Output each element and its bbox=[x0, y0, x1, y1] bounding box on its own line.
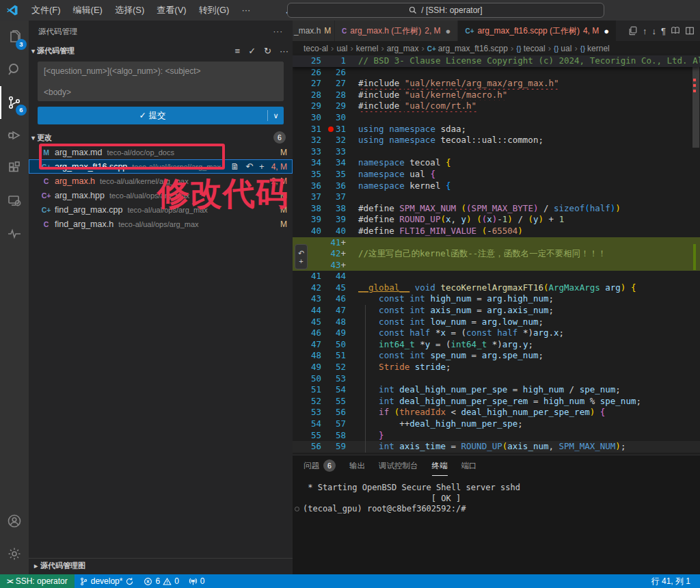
breadcrumb-item[interactable]: ual bbox=[336, 44, 347, 53]
breadcrumb-item[interactable]: C+arg_max_ft16.scpp bbox=[427, 44, 508, 53]
search-view-icon[interactable] bbox=[0, 53, 29, 86]
open-preview-icon[interactable] bbox=[671, 26, 680, 36]
dirty-indicator-icon[interactable]: ● bbox=[446, 26, 451, 36]
changed-file-row[interactable]: C+find_arg_max.cppteco-al/ual/ops/arg_ma… bbox=[29, 202, 293, 217]
sidebar-more-actions[interactable]: ··· bbox=[273, 27, 284, 36]
changed-file-row[interactable]: Cfind_arg_max.hteco-al/ual/ops/arg_maxM bbox=[29, 217, 293, 231]
code-line[interactable]: 4952 Stride stride; bbox=[293, 362, 700, 373]
menu-item[interactable]: 选择(S) bbox=[109, 0, 150, 21]
next-change-icon[interactable]: ↓ bbox=[652, 26, 657, 36]
chevron-down-icon[interactable]: ▾ bbox=[31, 47, 35, 55]
code-line[interactable]: 5053 bbox=[293, 373, 700, 385]
stage-change-icon[interactable]: + bbox=[299, 257, 303, 265]
scrollbar-slider[interactable] bbox=[692, 59, 699, 148]
diff-change-widget[interactable]: ↶ + bbox=[295, 244, 308, 269]
explorer-icon[interactable]: 3 bbox=[0, 21, 29, 53]
code-line[interactable]: 2727#include "ual/kernel/arg_max/arg_max… bbox=[293, 78, 700, 90]
cursor-position[interactable]: 行 41, 列 1 bbox=[647, 574, 700, 588]
code-line[interactable]: 4144 bbox=[293, 271, 700, 282]
menu-item[interactable]: 转到(G) bbox=[193, 0, 236, 21]
code-line[interactable]: 42+//这里写自己的kernel函数--注意，函数名一定不要相同！！！ bbox=[293, 248, 700, 260]
refresh-icon[interactable]: ↻ bbox=[264, 46, 271, 56]
panel-tab-输出[interactable]: 输出 bbox=[349, 455, 365, 476]
commit-check-icon[interactable]: ✓ bbox=[248, 46, 256, 56]
repo-more-actions[interactable]: ··· bbox=[280, 46, 288, 56]
code-line[interactable]: 5255 int deal_high_num_per_spe_rem = hig… bbox=[293, 396, 700, 407]
open-file-icon[interactable]: 🗎 bbox=[230, 161, 239, 172]
code-line[interactable]: 3030 bbox=[293, 112, 700, 124]
source-control-graph-section[interactable]: ▸ 源代码管理图 bbox=[29, 558, 293, 573]
code-line[interactable]: 4040#define FLT16_MIN_VALUE (-65504) bbox=[293, 226, 700, 237]
editor-tab[interactable]: Carg_max.h (工作树)2, M● bbox=[335, 21, 458, 41]
remote-explorer-icon[interactable] bbox=[0, 185, 29, 217]
run-debug-icon[interactable] bbox=[0, 119, 29, 152]
code-line[interactable]: 5154 int deal_high_num_per_spe = high_nu… bbox=[293, 384, 700, 396]
editor-tab[interactable]: _max.hM bbox=[293, 21, 335, 41]
dirty-indicator-icon[interactable]: ● bbox=[604, 26, 609, 36]
view-as-list-icon[interactable]: ≡ bbox=[235, 46, 241, 56]
code-line[interactable]: 3434namespace tecoal { bbox=[293, 157, 700, 169]
ports-item[interactable]: 0 bbox=[184, 574, 210, 588]
code-line[interactable]: 4346 const int high_num = arg.high_num; bbox=[293, 293, 700, 305]
menu-item[interactable]: 查看(V) bbox=[150, 0, 192, 21]
changed-file-row[interactable]: Carg_max.hteco-al/ual/kernel/arg_max2, M bbox=[29, 174, 293, 188]
changed-file-row[interactable]: C+arg_max.hppteco-al/ual/ops/arg_maxM bbox=[29, 188, 293, 202]
code-line[interactable]: 3636namespace kernel { bbox=[293, 181, 700, 192]
code-line[interactable]: 3737 bbox=[293, 191, 700, 203]
split-editor-icon[interactable] bbox=[685, 26, 695, 36]
panel-tab-端口[interactable]: 端口 bbox=[461, 455, 477, 476]
terminal-output[interactable]: * Starting OpenBSD Secure Shell server s… bbox=[293, 483, 700, 515]
code-line[interactable]: 4548 const int low_num = arg.low_num; bbox=[293, 317, 700, 328]
code-line[interactable]: 3232using namespace tecoal::ual::common; bbox=[293, 135, 700, 146]
extensions-icon[interactable] bbox=[0, 152, 29, 185]
code-line[interactable]: 4750 int64_t *y = (int64_t *)arg.y; bbox=[293, 339, 700, 351]
code-line[interactable]: 251// BSD 3- Clause License Copyright (c… bbox=[293, 55, 700, 67]
previous-change-icon[interactable]: ↑ bbox=[643, 26, 647, 36]
panel-tab-问题[interactable]: 问题6 bbox=[304, 455, 336, 476]
settings-gear-icon[interactable] bbox=[0, 537, 29, 570]
whitespace-icon[interactable]: ¶ bbox=[661, 26, 666, 36]
editor-tab[interactable]: C+arg_max_ft16.scpp (工作树)4, M● bbox=[458, 21, 617, 41]
code-line[interactable]: 41+ bbox=[293, 237, 700, 249]
code-line[interactable]: 3838#define SPM_MAX_NUM ((SPM_MAX_BYTE) … bbox=[293, 203, 700, 215]
commit-button[interactable]: ✓ 提交 ∨ bbox=[38, 107, 284, 124]
remote-indicator[interactable]: >< SSH: operator bbox=[0, 574, 75, 588]
commit-dropdown-chevron[interactable]: ∨ bbox=[267, 110, 284, 121]
code-line[interactable]: 4649 const half *x = (const half *)arg.x… bbox=[293, 328, 700, 339]
menu-item[interactable]: 文件(F) bbox=[25, 0, 67, 21]
git-branch-item[interactable]: develop* bbox=[75, 574, 139, 588]
menu-item[interactable]: ··· bbox=[235, 0, 256, 21]
stage-changes-icon[interactable]: + bbox=[259, 161, 265, 172]
open-changes-icon[interactable] bbox=[628, 26, 638, 36]
changes-section-header[interactable]: ▾ 更改 6 bbox=[29, 130, 293, 145]
code-line[interactable]: 4851 const int spe_num = arg.spe_num; bbox=[293, 350, 700, 362]
breadcrumb-item[interactable]: {}ual bbox=[554, 44, 571, 53]
problems-item[interactable]: 6 0 bbox=[139, 574, 183, 588]
code-line[interactable]: 4245__global__ void tecoKernelArgmaxFT16… bbox=[293, 282, 700, 294]
code-line[interactable]: 3939#define ROUND_UP(x, y) ((x)-1) / (y)… bbox=[293, 214, 700, 226]
command-center-search[interactable]: / [SSH: operator] bbox=[287, 3, 604, 18]
pulse-monitor-icon[interactable] bbox=[0, 217, 29, 250]
code-line[interactable]: 43+ bbox=[293, 260, 700, 271]
code-line[interactable]: 5457 ++deal_high_num_per_spe; bbox=[293, 418, 700, 430]
revert-change-icon[interactable]: ↶ bbox=[298, 249, 304, 257]
panel-tab-终端[interactable]: 终端 bbox=[432, 455, 448, 476]
discard-changes-icon[interactable]: ↶ bbox=[245, 161, 253, 172]
editor-scrollbar[interactable] bbox=[692, 56, 700, 455]
code-line[interactable]: 2929#include "ual/com/rt.h" bbox=[293, 101, 700, 112]
breadcrumb-item[interactable]: teco-al bbox=[304, 44, 328, 53]
code-line[interactable]: 5356 if (threadIdx < deal_high_num_per_s… bbox=[293, 407, 700, 418]
breadcrumb-item[interactable]: {}kernel bbox=[580, 44, 610, 53]
code-line[interactable]: 5558 } bbox=[293, 430, 700, 442]
breadcrumb-item[interactable]: arg_max bbox=[387, 44, 419, 53]
code-line[interactable]: 3131using namespace sdaa; bbox=[293, 124, 700, 135]
code-line[interactable]: 3535namespace ual { bbox=[293, 169, 700, 181]
code-area[interactable]: 251// BSD 3- Clause License Copyright (c… bbox=[293, 55, 700, 453]
code-line[interactable]: 2626 bbox=[293, 67, 700, 79]
changed-file-row[interactable]: Marg_max.mdteco-al/doc/op_docsM bbox=[29, 145, 293, 159]
source-control-icon[interactable]: 6 bbox=[0, 86, 29, 119]
breadcrumb-item[interactable]: {}tecoal bbox=[516, 44, 545, 53]
commit-message-input[interactable]: [<question_num>](<algo_num>): <subject> … bbox=[38, 62, 284, 101]
changed-file-row[interactable]: C+arg_max_ft16.scppteco-al/ual/kernel/ar… bbox=[29, 159, 293, 174]
code-line[interactable]: 2828#include "ual/kernel/macro.h" bbox=[293, 90, 700, 101]
